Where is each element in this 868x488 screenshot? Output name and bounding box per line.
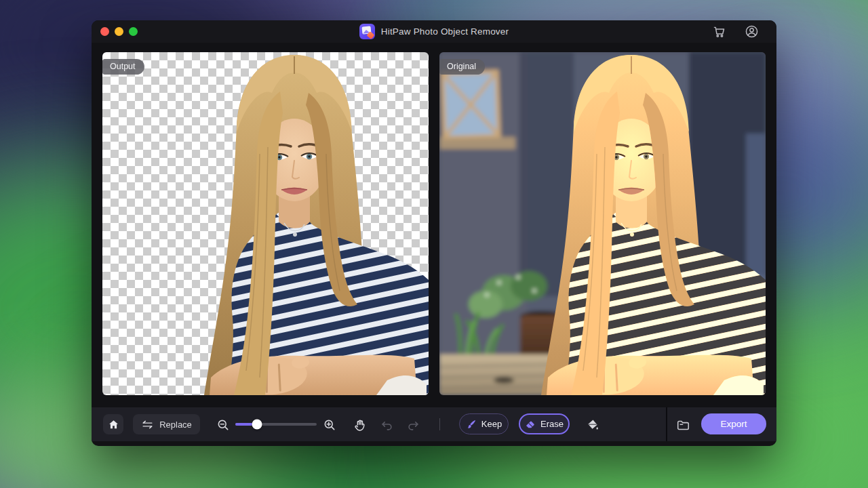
keep-label: Keep xyxy=(481,419,502,429)
window-title: HitPaw Photo Object Remover xyxy=(381,26,509,37)
toolbar-divider xyxy=(439,418,440,430)
swap-icon xyxy=(141,420,154,430)
original-selected-subject xyxy=(439,52,766,395)
app-logo-icon xyxy=(359,24,375,39)
app-window: HitPaw Photo Object Remover Output xyxy=(92,20,776,446)
toolbar-section-divider xyxy=(666,407,667,441)
erase-button[interactable]: Erase xyxy=(519,413,570,434)
zoom-slider-thumb[interactable] xyxy=(252,420,262,430)
replace-button[interactable]: Replace xyxy=(133,414,200,434)
toolbar: Replace xyxy=(92,407,776,441)
cart-icon[interactable] xyxy=(712,24,726,39)
zoom-button[interactable] xyxy=(129,27,138,36)
redo-icon[interactable] xyxy=(406,418,420,432)
original-badge: Original xyxy=(439,59,485,75)
export-label: Export xyxy=(720,419,747,429)
pan-hand-icon[interactable] xyxy=(352,418,367,432)
keep-button[interactable]: Keep xyxy=(459,413,509,434)
zoom-in-icon[interactable] xyxy=(322,418,337,432)
minimize-button[interactable] xyxy=(115,27,123,36)
fill-bucket-icon[interactable] xyxy=(585,418,600,432)
account-icon[interactable] xyxy=(745,24,759,39)
output-preview-panel[interactable]: Output xyxy=(102,52,429,395)
titlebar: HitPaw Photo Object Remover xyxy=(92,20,776,43)
eraser-icon xyxy=(525,419,536,430)
zoom-slider[interactable] xyxy=(235,423,317,426)
folder-icon[interactable] xyxy=(675,418,690,432)
export-button[interactable]: Export xyxy=(701,413,766,434)
output-badge: Output xyxy=(102,59,144,75)
zoom-out-icon[interactable] xyxy=(216,418,231,432)
home-button[interactable] xyxy=(103,414,123,434)
replace-label: Replace xyxy=(159,420,192,430)
traffic-lights xyxy=(100,27,138,36)
brush-icon xyxy=(466,419,477,430)
titlebar-actions xyxy=(712,20,759,43)
title-group: HitPaw Photo Object Remover xyxy=(359,24,509,39)
undo-icon[interactable] xyxy=(379,418,394,432)
home-icon xyxy=(108,419,119,430)
output-cutout-image xyxy=(102,52,429,395)
original-preview-panel[interactable]: Original xyxy=(439,52,766,395)
close-button[interactable] xyxy=(100,27,109,36)
erase-label: Erase xyxy=(540,419,564,429)
